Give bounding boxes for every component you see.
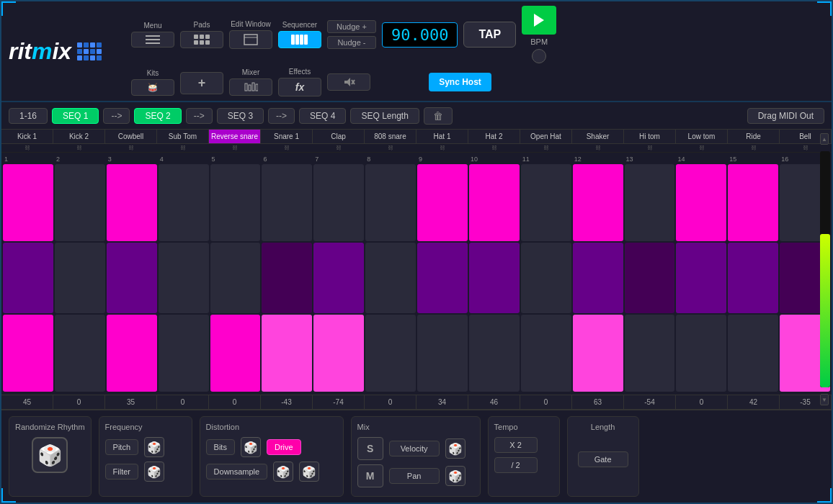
velocity-button[interactable]: Velocity [389, 441, 440, 456]
bits-button[interactable]: Bits [206, 439, 235, 455]
step-cell[interactable] [365, 243, 416, 313]
step-cell[interactable] [210, 164, 261, 241]
nudge-minus-button[interactable]: Nudge - [327, 36, 376, 49]
seq4-button[interactable]: SEQ 4 [299, 108, 346, 124]
step-cell[interactable] [159, 164, 209, 241]
pan-button[interactable]: Pan [389, 468, 440, 484]
sync-host-button[interactable]: Sync Host [429, 73, 491, 91]
mixer-button[interactable] [229, 78, 272, 96]
arrow3-button[interactable]: --> [268, 108, 295, 124]
step-cell[interactable] [728, 243, 778, 313]
track-header-kick2[interactable]: Kick 2 [53, 130, 105, 143]
edit-window-button[interactable] [229, 30, 272, 49]
step-cell[interactable] [159, 315, 209, 392]
pitch-button[interactable]: Pitch [105, 439, 138, 455]
tap-button[interactable]: TAP [463, 22, 516, 48]
track-header-hat1[interactable]: Hat 1 [416, 130, 468, 143]
scroll-down[interactable]: ▼ [820, 394, 830, 405]
step-cell[interactable] [417, 164, 468, 241]
sequencer-button[interactable] [278, 31, 321, 48]
step-cell[interactable] [521, 243, 571, 313]
step-cell[interactable] [55, 164, 105, 241]
step-cell[interactable] [55, 243, 105, 313]
downsample-button[interactable]: Downsample [206, 464, 268, 480]
step-cell[interactable] [625, 243, 675, 313]
pan-dice[interactable]: 🎲 [445, 466, 466, 486]
trash-button[interactable]: 🗑 [424, 107, 453, 125]
seq2-button[interactable]: SEQ 2 [134, 108, 181, 124]
step-cell[interactable] [521, 315, 571, 392]
arrow1-button[interactable]: --> [103, 108, 130, 124]
effects-button[interactable]: fx [278, 78, 321, 96]
step-cell[interactable] [676, 164, 726, 241]
record-button[interactable] [532, 49, 546, 63]
step-cell[interactable] [676, 315, 726, 392]
step-cell[interactable] [159, 243, 209, 313]
step-cell[interactable] [107, 243, 157, 313]
step-cell[interactable] [313, 164, 364, 241]
track-header-lowtom[interactable]: Low tom [676, 130, 728, 143]
step-cell[interactable] [55, 315, 105, 392]
step-cell[interactable] [210, 243, 261, 313]
div2-button[interactable]: / 2 [494, 457, 538, 473]
pitch-dice[interactable]: 🎲 [144, 437, 164, 457]
step-cell[interactable] [625, 315, 675, 392]
nudge-plus-button[interactable]: Nudge + [327, 20, 376, 33]
step-cell[interactable] [3, 164, 53, 241]
kits-button[interactable]: 🥁 [131, 79, 174, 96]
arrow2-button[interactable]: --> [186, 108, 213, 124]
step-cell[interactable] [3, 315, 53, 392]
track-header-hat2[interactable]: Hat 2 [468, 130, 520, 143]
track-header-subtom[interactable]: Sub Tom [157, 130, 209, 143]
track-header-cowbell[interactable]: Cowbell [105, 130, 157, 143]
step-cell[interactable] [573, 315, 623, 392]
drive-dice[interactable]: 🎲 [299, 462, 319, 482]
track-header-808snare[interactable]: 808 snare [365, 130, 416, 143]
track-header-revsnare[interactable]: Reverse snare [209, 130, 261, 143]
gate-button[interactable]: Gate [578, 451, 628, 467]
x2-button[interactable]: X 2 [494, 437, 538, 453]
downsample-dice[interactable]: 🎲 [273, 462, 293, 482]
filter-button[interactable]: Filter [105, 464, 138, 480]
track-header-openhat[interactable]: Open Hat [520, 130, 572, 143]
mute-button[interactable] [327, 73, 370, 91]
step-cell[interactable] [262, 315, 312, 392]
step-cell[interactable] [728, 164, 778, 241]
step-cell[interactable] [365, 164, 416, 241]
track-header-ride[interactable]: Ride [728, 130, 780, 143]
step-cell[interactable] [728, 315, 778, 392]
s-button[interactable]: S [357, 437, 383, 460]
seq3-button[interactable]: SEQ 3 [217, 108, 264, 124]
track-header-hitom[interactable]: Hi tom [624, 130, 676, 143]
step-cell[interactable] [107, 164, 157, 241]
step-cell[interactable] [365, 315, 416, 392]
filter-dice[interactable]: 🎲 [144, 462, 164, 482]
velocity-dice[interactable]: 🎲 [445, 438, 466, 459]
step-cell[interactable] [107, 315, 157, 392]
step-cell[interactable] [469, 164, 520, 241]
step-cell[interactable] [417, 315, 468, 392]
range-button[interactable]: 1-16 [9, 108, 48, 124]
drive-button[interactable]: Drive [267, 439, 301, 455]
drag-midi-button[interactable]: Drag MIDI Out [747, 108, 824, 124]
step-cell[interactable] [573, 164, 623, 241]
step-cell[interactable] [573, 243, 623, 313]
step-cell[interactable] [262, 243, 312, 313]
step-cell[interactable] [210, 315, 261, 392]
step-cell[interactable] [469, 243, 520, 313]
step-cell[interactable] [417, 243, 468, 313]
step-cell[interactable] [313, 243, 364, 313]
bits-dice[interactable]: 🎲 [241, 437, 261, 457]
step-cell[interactable] [625, 164, 675, 241]
step-cell[interactable] [313, 315, 364, 392]
m-button[interactable]: M [357, 464, 383, 487]
step-cell[interactable] [521, 164, 571, 241]
step-cell[interactable] [469, 315, 520, 392]
randomize-dice[interactable]: 🎲 [32, 437, 68, 473]
play-button[interactable] [522, 6, 556, 35]
step-cell[interactable] [262, 164, 312, 241]
pads-button[interactable] [180, 31, 223, 48]
track-header-clap[interactable]: Clap [313, 130, 365, 143]
seq-length-button[interactable]: SEQ Length [350, 108, 419, 124]
seq1-button[interactable]: SEQ 1 [52, 108, 99, 124]
